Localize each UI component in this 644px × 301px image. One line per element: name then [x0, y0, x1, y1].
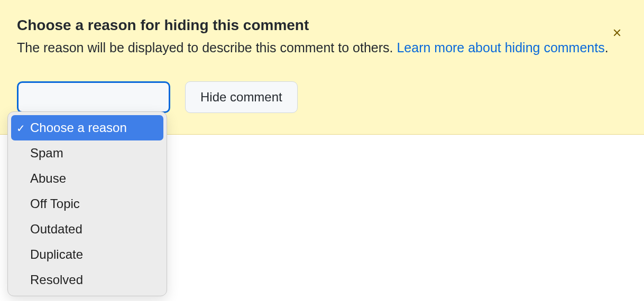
dropdown-option-outdated[interactable]: Outdated	[11, 217, 163, 242]
dropdown-option-label: Abuse	[30, 169, 66, 188]
dropdown-option-abuse[interactable]: Abuse	[11, 166, 163, 191]
close-icon	[611, 25, 623, 42]
dropdown-option-label: Resolved	[30, 270, 83, 289]
learn-more-link[interactable]: Learn more about hiding comments	[397, 40, 604, 55]
dropdown-option-label: Duplicate	[30, 245, 83, 264]
dropdown-option-spam[interactable]: Spam	[11, 140, 163, 166]
dropdown-option-label: Off Topic	[30, 194, 80, 213]
dropdown-option-placeholder[interactable]: Choose a reason	[11, 115, 163, 140]
controls-row: Hide comment	[17, 81, 627, 113]
dropdown-option-label: Choose a reason	[30, 118, 127, 137]
dropdown-option-label: Outdated	[30, 220, 82, 239]
banner-title: Choose a reason for hiding this comment	[17, 17, 627, 34]
banner-subtitle-suffix: .	[605, 40, 609, 55]
hide-comment-button[interactable]: Hide comment	[185, 81, 298, 113]
dropdown-option-off-topic[interactable]: Off Topic	[11, 191, 163, 217]
check-icon	[16, 118, 30, 137]
banner-subtitle-text: The reason will be displayed to describe…	[17, 40, 397, 55]
reason-select[interactable]	[17, 81, 170, 113]
dropdown-option-resolved[interactable]: Resolved	[11, 267, 163, 293]
close-button[interactable]	[609, 24, 625, 43]
banner-subtitle: The reason will be displayed to describe…	[17, 38, 614, 58]
dropdown-option-label: Spam	[30, 144, 63, 163]
dropdown-option-duplicate[interactable]: Duplicate	[11, 242, 163, 267]
reason-dropdown: Choose a reason Spam Abuse Off Topic Out…	[7, 111, 167, 296]
